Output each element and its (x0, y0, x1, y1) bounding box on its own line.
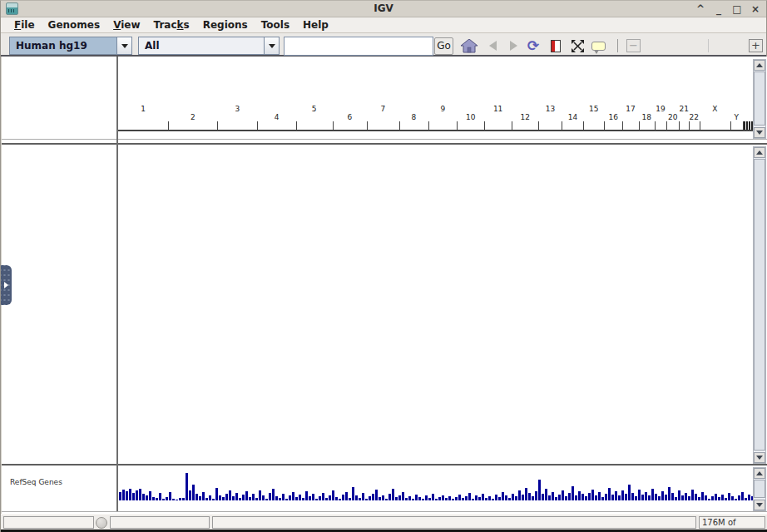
locus-search-input[interactable] (284, 37, 433, 56)
scroll-up-button[interactable] (754, 468, 765, 479)
menu-help[interactable]: Help (296, 19, 335, 31)
scroll-down-button[interactable] (754, 500, 765, 510)
chromosome-label-17[interactable]: 17 (626, 105, 635, 113)
density-bar (259, 490, 261, 500)
ruler-baseline (118, 130, 753, 131)
density-bar (146, 495, 148, 500)
scrollbar-thumb[interactable] (754, 480, 765, 498)
scrollbar-thumb[interactable] (754, 159, 765, 451)
zoom-in-button[interactable]: + (749, 39, 763, 52)
maximize-button[interactable]: □ (731, 2, 743, 16)
chromosome-label-13[interactable]: 13 (546, 105, 555, 113)
zoom-out-button: − (626, 39, 641, 52)
plus-icon: + (751, 39, 760, 52)
scrollbar-thumb[interactable] (754, 71, 765, 126)
menu-view[interactable]: View (106, 19, 146, 31)
chromosome-boundary-tick (484, 121, 485, 130)
genome-select-arrow[interactable] (116, 37, 131, 54)
density-bar (349, 498, 351, 500)
density-bar (435, 499, 438, 500)
genome-select[interactable]: Human hg19 (9, 37, 132, 55)
chromosome-label-8[interactable]: 8 (412, 113, 417, 121)
home-button[interactable] (459, 37, 479, 55)
density-bar (585, 496, 587, 500)
chromosome-label-X[interactable]: X (712, 105, 717, 113)
chromosome-label-15[interactable]: 15 (589, 105, 598, 113)
chromosome-label-21[interactable]: 21 (680, 105, 689, 113)
feature-panel-scrollbar[interactable] (753, 467, 766, 511)
track-name-label[interactable]: RefSeq Genes (10, 478, 62, 486)
chromosome-label-6[interactable]: 6 (347, 113, 352, 121)
refresh-button[interactable]: ⟳ (523, 37, 543, 55)
chromosome-label-9[interactable]: 9 (440, 105, 445, 113)
density-bar (176, 500, 178, 500)
chromosome-label-11[interactable]: 11 (493, 105, 502, 113)
density-bar (139, 489, 141, 500)
track-name-panel-divider[interactable] (116, 57, 118, 511)
chromosome-label-16[interactable]: 16 (608, 113, 617, 121)
arrow-up-icon (756, 63, 763, 67)
density-bar (129, 489, 131, 500)
menu-genomes[interactable]: Genomes (42, 19, 107, 31)
density-bar (119, 492, 121, 500)
chromosome-label-3[interactable]: 3 (235, 105, 240, 113)
fit-to-window-button[interactable] (567, 37, 587, 55)
scroll-down-button[interactable] (754, 127, 765, 138)
ruler-scrollbar[interactable] (753, 59, 766, 139)
data-panel[interactable] (119, 145, 753, 464)
title-bar[interactable]: IGV ^ _ □ × (1, 1, 766, 17)
density-bar (302, 498, 304, 500)
chromosome-label-14[interactable]: 14 (568, 113, 577, 121)
density-bar (379, 497, 381, 500)
density-bar (658, 496, 661, 500)
menu-tools[interactable]: Tools (255, 19, 296, 31)
message-box (212, 516, 696, 529)
popup-text-button[interactable] (588, 37, 608, 55)
density-bar (465, 496, 468, 500)
chromosome-select-arrow[interactable] (264, 37, 279, 54)
density-bar (678, 490, 680, 500)
density-bar (232, 496, 235, 500)
menu-regions[interactable]: Regions (196, 19, 255, 31)
refseq-density-track[interactable] (119, 445, 753, 500)
scroll-up-button[interactable] (754, 60, 765, 71)
chromosome-label-2[interactable]: 2 (191, 113, 195, 121)
chromosome-label-10[interactable]: 10 (466, 113, 475, 121)
density-bar (372, 494, 374, 500)
scroll-up-button[interactable] (754, 147, 765, 158)
chromosome-label-20[interactable]: 20 (668, 113, 677, 121)
menu-tracks[interactable]: Tracks (147, 19, 196, 31)
close-button[interactable]: × (750, 2, 761, 16)
density-bar (628, 485, 631, 500)
scroll-down-button[interactable] (754, 452, 765, 463)
define-region-button[interactable] (546, 37, 566, 55)
side-panel-handle[interactable] (1, 265, 12, 305)
home-icon (461, 39, 478, 53)
density-bar (685, 493, 687, 500)
menu-file[interactable]: File (7, 19, 42, 31)
chromosome-label-4[interactable]: 4 (275, 113, 280, 121)
density-bar (472, 499, 474, 500)
chromosome-label-19[interactable]: 19 (656, 105, 665, 113)
shade-button[interactable]: ^ (695, 2, 706, 16)
density-bar (488, 496, 491, 500)
zoom-slider-track (708, 39, 709, 52)
minimize-button[interactable]: _ (713, 2, 725, 16)
chromosome-label-22[interactable]: 22 (690, 113, 699, 121)
chromosome-label-1[interactable]: 1 (141, 105, 146, 113)
density-bar (721, 495, 724, 500)
chromosome-boundary-tick (700, 121, 700, 130)
data-panel-scrollbar[interactable] (753, 146, 766, 464)
chromosome-label-Y[interactable]: Y (735, 113, 740, 121)
density-bar (631, 493, 634, 500)
chromosome-label-12[interactable]: 12 (520, 113, 529, 121)
chromosome-select[interactable]: All (138, 37, 280, 55)
toolbar: Human hg19 All Go ⟳ (1, 33, 766, 57)
chromosome-label-7[interactable]: 7 (381, 105, 386, 113)
chromosome-label-18[interactable]: 18 (642, 113, 651, 121)
chromosome-ruler[interactable]: 12345678910111213141516171819202122XY (118, 57, 753, 139)
density-bar (265, 499, 268, 500)
go-button[interactable]: Go (434, 37, 453, 55)
chromosome-label-5[interactable]: 5 (312, 105, 317, 113)
density-bar (552, 492, 554, 500)
